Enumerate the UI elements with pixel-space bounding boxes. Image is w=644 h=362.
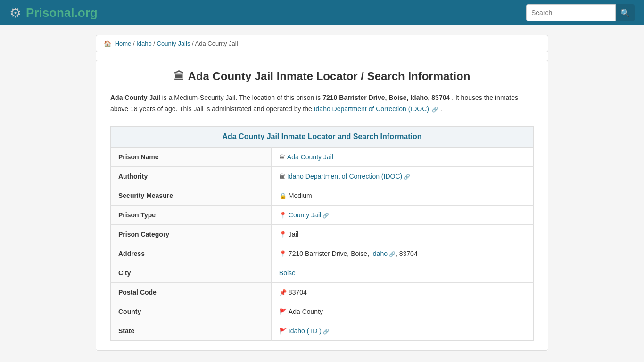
home-icon: 🏠 <box>104 40 111 47</box>
table-label: State <box>111 321 272 340</box>
cell-icon: 🔒 <box>279 192 287 199</box>
cell-icon: 🏛 <box>279 173 285 180</box>
logo-suffix: .org <box>74 6 98 20</box>
content-area: 🏛 Ada County Jail Inmate Locator / Searc… <box>96 60 548 351</box>
title-icon: 🏛 <box>174 70 184 82</box>
idaho-link[interactable]: Idaho <box>371 250 388 257</box>
table-section-title: Ada County Jail Inmate Locator and Searc… <box>110 126 534 147</box>
cell-text: Medium <box>289 192 312 199</box>
table-row: County🚩Ada County <box>111 302 534 321</box>
table-row: Prison Type📍County Jail🔗 <box>111 205 534 224</box>
cell-icon: 📌 <box>279 289 287 296</box>
table-label: Prison Name <box>111 147 272 166</box>
desc-end: . <box>440 105 442 113</box>
page-title-text: Ada County Jail Inmate Locator / Search … <box>188 70 471 83</box>
breadcrumb: 🏠 Home / Idaho / County Jails / Ada Coun… <box>96 35 548 52</box>
cell-icon: 📍 <box>279 212 287 219</box>
postal-part: , 83704 <box>396 250 418 257</box>
table-label: Authority <box>111 166 272 186</box>
table-value: 📍7210 Barrister Drive, Boise, Idaho🔗, 83… <box>271 244 533 263</box>
description: Ada County Jail is a Medium-Security Jai… <box>110 92 534 115</box>
table-row: Prison Name🏛Ada County Jail <box>111 147 534 166</box>
breadcrumb-home[interactable]: Home <box>115 40 132 47</box>
address-bold: 7210 Barrister Drive, Boise, Idaho, 8370… <box>322 94 450 101</box>
page-title: 🏛 Ada County Jail Inmate Locator / Searc… <box>110 70 534 83</box>
table-value: 📍Jail <box>271 224 533 244</box>
table-row: Authority🏛Idaho Department of Correction… <box>111 166 534 186</box>
ext-icon: 🔗 <box>322 213 329 218</box>
table-value: 🔒Medium <box>271 186 533 205</box>
cell-link[interactable]: County Jail <box>289 211 321 219</box>
search-button[interactable]: 🔍 <box>616 4 635 21</box>
cell-link[interactable]: Idaho ( ID ) <box>289 327 322 335</box>
ext-icon: 🔗 <box>389 251 396 257</box>
breadcrumb-category[interactable]: County Jails <box>157 40 190 47</box>
search-input[interactable] <box>526 4 616 21</box>
cell-text: 83704 <box>289 288 307 296</box>
table-value: 🏛Ada County Jail <box>271 147 533 166</box>
cell-icon: 📍 <box>279 231 287 238</box>
table-value: 🚩Ada County <box>271 302 533 321</box>
breadcrumb-sep2: / <box>153 40 157 47</box>
ext-icon: 🔗 <box>323 329 330 334</box>
search-area: 🔍 <box>526 4 635 21</box>
cell-icon: 📍 <box>279 250 287 257</box>
table-value: 📌83704 <box>271 282 533 302</box>
table-row: Address📍7210 Barrister Drive, Boise, Ida… <box>111 244 534 263</box>
ext-link-icon: 🔗 <box>432 107 438 112</box>
cell-icon: 🚩 <box>279 328 287 335</box>
logo-text: Prisonal.org <box>26 6 98 20</box>
table-label: County <box>111 302 272 321</box>
logo-area: ⚙ Prisonal.org <box>9 5 98 21</box>
cell-text: Ada County <box>289 308 323 315</box>
cell-link[interactable]: Idaho Department of Correction (IDOC) <box>287 173 402 180</box>
table-value: 🏛Idaho Department of Correction (IDOC)🔗 <box>271 166 533 186</box>
cell-icon: 🏛 <box>279 154 285 161</box>
logo-icon: ⚙ <box>9 5 21 21</box>
table-row: Security Measure🔒Medium <box>111 186 534 205</box>
info-table: Prison Name🏛Ada County JailAuthority🏛Ida… <box>110 147 534 341</box>
table-row: Postal Code📌83704 <box>111 282 534 302</box>
header: ⚙ Prisonal.org 🔍 <box>0 0 644 25</box>
search-icon: 🔍 <box>620 8 630 17</box>
table-label: Prison Category <box>111 224 272 244</box>
main-wrapper: 🏠 Home / Idaho / County Jails / Ada Coun… <box>96 35 548 351</box>
table-row: CityBoise <box>111 263 534 282</box>
table-value: 📍County Jail🔗 <box>271 205 533 224</box>
desc-part1: is a Medium-Security Jail. The location … <box>162 94 323 101</box>
table-row: Prison Category📍Jail <box>111 224 534 244</box>
table-label: Address <box>111 244 272 263</box>
cell-text: Jail <box>289 230 298 238</box>
table-value: 🚩Idaho ( ID )🔗 <box>271 321 533 340</box>
table-section-title-text: Ada County Jail Inmate Locator and Searc… <box>222 132 421 140</box>
table-label: Postal Code <box>111 282 272 302</box>
cell-link[interactable]: Ada County Jail <box>287 153 333 161</box>
table-row: State🚩Idaho ( ID )🔗 <box>111 321 534 340</box>
table-label: Security Measure <box>111 186 272 205</box>
idoc-link[interactable]: Idaho Department of Correction (IDOC) <box>314 105 429 113</box>
table-value: Boise <box>271 263 533 282</box>
ext-icon: 🔗 <box>404 174 410 180</box>
breadcrumb-current: Ada County Jail <box>195 40 238 47</box>
address-text: 7210 Barrister Drive, Boise, <box>289 250 371 257</box>
table-label: Prison Type <box>111 205 272 224</box>
cell-icon: 🚩 <box>279 308 287 315</box>
breadcrumb-state[interactable]: Idaho <box>136 40 152 47</box>
table-label: City <box>111 263 272 282</box>
cell-link[interactable]: Boise <box>279 269 296 277</box>
jail-name-bold: Ada County Jail <box>110 94 160 101</box>
logo-prefix: Prisonal <box>26 6 74 20</box>
